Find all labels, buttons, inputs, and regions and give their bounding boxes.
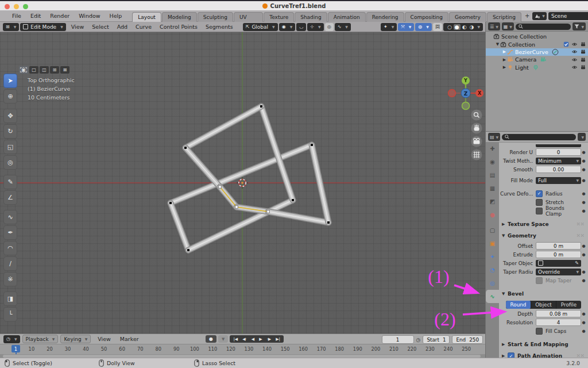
object-field[interactable]: ✎ [536,260,581,267]
panel-drag-grip[interactable]: ⁙⁙ [577,233,585,238]
gizmo-y-neg-axis[interactable] [462,102,470,110]
xray-toggle[interactable]: 回 [433,23,442,31]
navigation-gizmo[interactable]: Y X Z [447,75,485,199]
snap-toggle[interactable]: ◡ [296,23,306,31]
animate-dot[interactable]: ● [581,150,586,155]
use-preview-range-icon[interactable]: ◷ [416,337,421,343]
hide-in-viewport-icon[interactable] [571,57,578,63]
record-button[interactable]: ● [207,336,215,342]
workspace-tab-geometry-nodes[interactable]: Geometry Nodes [449,12,486,22]
eye-icon-wrap[interactable] [571,64,578,70]
scene-selector[interactable]: Scene [548,12,588,20]
jump-to-end-button[interactable]: ▶| [273,337,283,342]
disable-in-renders-icon[interactable] [580,49,586,55]
menu-render[interactable]: Render [45,13,74,19]
control-point[interactable] [260,105,262,108]
properties-tab-material[interactable]: ◕ [486,303,499,316]
frame-start-field[interactable]: Start1 [423,335,450,344]
tool-draw-curve[interactable]: ∿ [3,210,17,224]
snap-target-selector[interactable]: ⊹▼ [307,23,323,31]
animate-dot[interactable]: ● [581,191,586,196]
mode-selector[interactable]: Edit Mode▼ [20,23,65,31]
panel-header-geometry[interactable]: ▼Geometry⁙⁙ [499,230,588,241]
shading-wireframe-button[interactable]: ○ [446,24,453,30]
visibility-dropdown[interactable]: ✦▼ [381,23,397,31]
properties-tab-constraints[interactable]: ◎ [486,277,499,290]
workspace-tab-animation[interactable]: Animation [328,12,366,22]
select-mode-option-3[interactable]: ◫ [40,66,49,74]
vp-menu-add[interactable]: Add [113,24,131,30]
disclosure-triangle[interactable]: ▼ [495,42,500,47]
animate-dot[interactable]: ● [581,200,586,205]
panel-header-start-end-mapping[interactable]: ▶Start & End Mapping [499,339,588,350]
control-point[interactable] [184,147,187,149]
properties-editor-type[interactable]: ▤▼ [488,133,500,141]
next-keyframe-button[interactable]: ·▶ [265,337,274,342]
scene-icon[interactable]: ▼ [532,12,547,20]
panel-header-path-animation[interactable]: ▶✓Path Animation⁙⁙ [499,350,588,358]
animate-dot[interactable]: ● [581,320,586,325]
hide-in-viewport-icon[interactable] [571,41,578,47]
outliner-item-camera[interactable]: ▶Camera [486,56,588,63]
properties-tab-world[interactable]: ● [486,208,499,221]
tool-radius[interactable]: ∕ [3,256,17,271]
tool-move[interactable]: ✥ [3,109,17,123]
outliner-item-light[interactable]: ▶Light [486,64,588,71]
show-overlays-toggle[interactable]: ◍▼ [415,23,432,31]
pan-button[interactable] [471,123,482,134]
bevel-tab-profile[interactable]: Profile [556,301,581,309]
panel-drag-grip[interactable]: ⁙⁙ [577,354,585,358]
timeline-menu-keying[interactable]: Keying▼ [60,335,91,343]
menu-help[interactable]: Help [105,13,127,19]
add-workspace-button[interactable]: + [522,13,532,19]
menu-file[interactable]: File [7,13,26,19]
outliner-item-collection[interactable]: ▼Collection [486,40,588,48]
control-point[interactable] [292,199,294,201]
properties-tab-modifiers[interactable]: ✦ [486,250,499,263]
tool-extrude[interactable]: ◨ [3,292,17,306]
hide-in-viewport-icon[interactable] [571,49,578,55]
shading-rendered-button[interactable]: ◑ [469,24,475,30]
properties-tab-object-data[interactable]: ∿ [486,290,499,303]
play-reverse-button[interactable]: ◀ [249,337,257,342]
timeline-ruler[interactable]: 1 10203040506070809010011012013014015016… [0,344,485,354]
tool-transform[interactable]: ◎ [3,155,17,170]
camera-restrict-icon-wrap[interactable] [580,49,586,55]
panel-drag-grip[interactable]: ⁙⁙ [577,222,585,227]
control-point[interactable] [169,202,172,204]
vp-menu-view[interactable]: View [67,24,88,30]
checkbox[interactable] [536,277,543,284]
disable-in-renders-icon[interactable] [580,41,586,47]
workspace-tab-texture-paint[interactable]: Texture Paint [264,12,294,22]
gizmo-x-neg-axis[interactable] [448,90,456,97]
3d-viewport[interactable]: ▣□◫⊞⊠ Top Orthographic (1) BezierCurve 1… [0,32,485,334]
workspace-tab-modeling[interactable]: Modeling [162,12,197,22]
properties-tab-physics[interactable]: ◔ [486,263,499,277]
panel-checkbox[interactable]: ✓ [508,352,514,358]
filter-dropdown[interactable]: ▼ [572,22,586,30]
disable-in-renders-icon[interactable] [580,57,586,63]
checkbox[interactable] [536,199,543,206]
animate-dot[interactable]: ● [581,329,586,334]
animate-dot[interactable]: ● [581,159,586,163]
perspective-toggle-button[interactable] [471,150,482,160]
camera-view-button[interactable] [471,136,482,147]
tool-scale[interactable]: ◱ [3,140,17,154]
select-mode-option-5[interactable]: ⊠ [60,66,69,74]
playhead[interactable]: 1 [11,345,20,352]
panel-header-texture-space[interactable]: ▶Texture Space⁙⁙ [499,218,588,230]
current-frame-field[interactable]: 1 [382,335,414,344]
control-point[interactable] [187,249,189,251]
pivot-point-selector[interactable]: ◉▼ [279,23,296,31]
value-field[interactable]: 0 m [536,251,581,258]
properties-tab-output[interactable]: ▤ [486,168,499,182]
control-point-selected[interactable] [267,210,270,213]
exclude-checkbox[interactable] [563,41,569,47]
exclude-checkbox-wrap[interactable] [563,41,569,47]
zoom-button[interactable] [471,110,482,121]
show-gizmo-toggle[interactable]: ⤧▼ [398,23,414,31]
value-field[interactable]: 0.08 m [536,310,581,317]
vp-menu-curve[interactable]: Curve [131,24,156,30]
properties-tab-view-layer[interactable]: ▦ [486,182,499,195]
properties-tab-render[interactable]: ◉ [486,155,499,168]
